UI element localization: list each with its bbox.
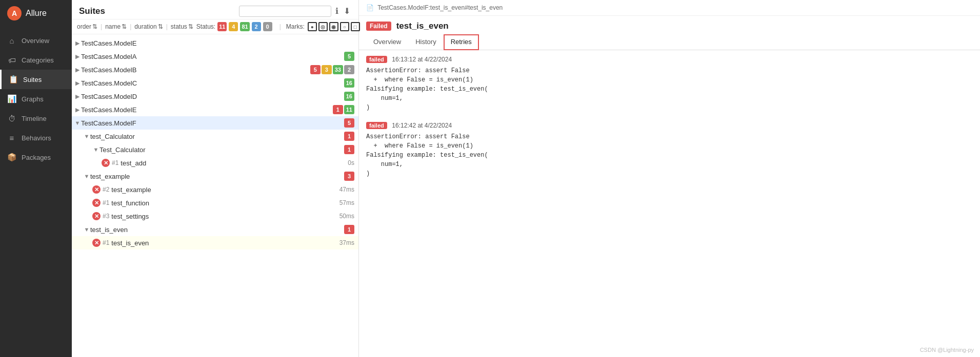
sidebar: A Allure ⌂ Overview 🏷 Categories 📋 Suite…	[0, 0, 72, 357]
tree-row-test-add[interactable]: ✕ #1 test_add 0s	[72, 156, 358, 170]
tree-row-test-example[interactable]: ✕ #2 test_example 47ms	[72, 183, 358, 196]
chart-icon: 📊	[7, 94, 16, 103]
tree-num: #1	[103, 199, 109, 206]
clock-icon: ⏱	[7, 114, 16, 123]
status-count-skipped[interactable]: 2	[252, 22, 261, 31]
tree-num: #2	[103, 186, 109, 193]
status-bar: Status: 11 4 81 2 0	[196, 22, 272, 31]
tree-badge-group2: 1 11	[333, 105, 354, 114]
retry-entry-1: failed 16:13:12 at 4/22/2024 AssertionEr…	[366, 55, 973, 112]
tree-node-label: TestCases.ModelD	[81, 93, 344, 100]
sidebar-item-behaviors[interactable]: ≡ Behaviors	[0, 128, 72, 148]
badge-passed: 11	[344, 105, 354, 114]
marks-label: Marks:	[286, 23, 305, 30]
sidebar-label-behaviors: Behaviors	[22, 134, 51, 142]
sidebar-item-packages[interactable]: 📦 Packages	[0, 148, 72, 167]
tree-row-modelE[interactable]: ▶ TestCases.ModelE	[72, 36, 358, 50]
chevron-right-icon: ▶	[74, 67, 81, 73]
status-count-broken[interactable]: 4	[229, 22, 238, 31]
tab-history[interactable]: History	[408, 34, 443, 50]
search-input[interactable]	[239, 6, 331, 17]
retry-error-2: AssertionError: assert False + where Fal…	[366, 132, 973, 178]
info-button[interactable]: ℹ	[334, 5, 339, 17]
mark-2[interactable]: ◎	[318, 22, 328, 31]
main-area: Suites ℹ ⬇ order ⇅ | name ⇅ | duration ⇅	[72, 0, 980, 357]
tree-row-modelF[interactable]: ▼ TestCases.ModelF 5	[72, 116, 358, 130]
tree-row-modelC[interactable]: ▶ TestCases.ModelC 16	[72, 76, 358, 90]
watermark: CSDN @Lightning-py	[920, 347, 974, 353]
retry-header-1: failed 16:13:12 at 4/22/2024	[366, 55, 973, 63]
tree-node-label: TestCases.ModelE	[81, 39, 354, 47]
tree-row-test-is-even-group[interactable]: ▼ test_is_even 1	[72, 223, 358, 236]
sidebar-item-categories[interactable]: 🏷 Categories	[0, 50, 72, 70]
tree-badge: 3	[344, 172, 354, 181]
status-count-unknown[interactable]: 0	[263, 22, 272, 31]
tree-row-test-calculator[interactable]: ▼ test_Calculator 1	[72, 130, 358, 143]
tree-row-test-function[interactable]: ✕ #1 test_function 57ms	[72, 196, 358, 209]
toolbar-sep4: |	[279, 23, 281, 30]
sidebar-item-graphs[interactable]: 📊 Graphs	[0, 89, 72, 109]
logo: A Allure	[0, 0, 72, 27]
right-panel: 📄 TestCases.ModelF:test_is_even#test_is_…	[359, 0, 980, 357]
sidebar-label-graphs: Graphs	[22, 95, 44, 103]
tree-row-modelD[interactable]: ▶ TestCases.ModelD 16	[72, 90, 358, 103]
tree-row-test-example-group[interactable]: ▼ test_example 3	[72, 170, 358, 183]
tag-icon: 🏷	[7, 55, 16, 65]
chevron-right-icon: ▶	[74, 107, 81, 113]
logo-text: Allure	[26, 9, 47, 18]
status-count-passed[interactable]: 81	[240, 22, 249, 31]
toolbar-sep3: |	[166, 23, 168, 30]
sidebar-label-suites: Suites	[23, 76, 42, 83]
fail-icon: ✕	[92, 185, 101, 194]
tree-node-label: TestCases.ModelB	[81, 66, 310, 74]
breadcrumb-icon: 📄	[366, 4, 374, 11]
mark-3[interactable]: ◉	[329, 22, 338, 31]
tree-duration: 50ms	[339, 213, 354, 220]
sort-order[interactable]: order ⇅	[77, 23, 97, 30]
tab-retries[interactable]: Retries	[444, 34, 479, 50]
tree-node-label: TestCases.ModelC	[81, 79, 344, 87]
tree-row-test-is-even[interactable]: ✕ #1 test_is_even 37ms	[72, 236, 358, 249]
sidebar-label-packages: Packages	[22, 154, 51, 161]
tree-leaf-label: test_settings	[111, 213, 339, 220]
tree-row-test-calculator-inner[interactable]: ▼ Test_Calculator 1	[72, 143, 358, 156]
mark-1[interactable]: ●	[308, 22, 317, 31]
tree-num: #3	[103, 213, 109, 220]
tree-row-modelE2[interactable]: ▶ TestCases.ModelE 1 11	[72, 103, 358, 116]
status-count-failed[interactable]: 11	[217, 22, 227, 31]
mark-4[interactable]: ○	[340, 22, 349, 31]
tree-row-modelA[interactable]: ▶ TestCases.ModelA 5	[72, 50, 358, 63]
tree-leaf-label: test_function	[111, 199, 339, 207]
package-icon: 📦	[7, 153, 16, 162]
clipboard-icon: 📋	[9, 75, 18, 84]
chevron-down-icon: ▼	[92, 146, 99, 153]
sidebar-item-overview[interactable]: ⌂ Overview	[0, 31, 72, 50]
tree-badge: 1	[344, 225, 354, 234]
tree-num: #1	[112, 159, 118, 166]
chevron-down-icon: ▼	[83, 226, 90, 233]
tabs-bar: Overview History Retries	[359, 34, 980, 50]
download-button[interactable]: ⬇	[343, 5, 351, 17]
retries-content: failed 16:13:12 at 4/22/2024 AssertionEr…	[359, 50, 980, 357]
sidebar-item-suites[interactable]: 📋 Suites	[0, 70, 72, 89]
sidebar-item-timeline[interactable]: ⏱ Timeline	[0, 109, 72, 128]
test-name: test_is_even	[396, 21, 449, 31]
tree-row-modelB[interactable]: ▶ TestCases.ModelB 5 3 33 2	[72, 63, 358, 76]
tree-node-label: test_is_even	[90, 226, 344, 234]
tree-leaf-label: test_example	[111, 186, 339, 194]
tree-row-test-settings[interactable]: ✕ #3 test_settings 50ms	[72, 209, 358, 223]
tab-overview[interactable]: Overview	[366, 34, 408, 50]
tree-node-label: TestCases.ModelE	[81, 106, 333, 114]
sidebar-nav: ⌂ Overview 🏷 Categories 📋 Suites 📊 Graph…	[0, 31, 72, 167]
retry-time-1: 16:13:12 at 4/22/2024	[392, 56, 452, 63]
status-badge: Failed	[366, 22, 391, 31]
sort-name[interactable]: name ⇅	[105, 23, 127, 30]
test-header: Failed test_is_even	[359, 16, 980, 34]
sort-status[interactable]: status ⇅	[171, 23, 193, 30]
chevron-down-icon: ▼	[83, 173, 90, 179]
badge-broken: 3	[322, 65, 332, 74]
fail-icon: ✕	[92, 212, 101, 220]
suites-toolbar: order ⇅ | name ⇅ | duration ⇅ | status ⇅…	[72, 19, 358, 34]
sort-duration[interactable]: duration ⇅	[134, 23, 163, 30]
fail-icon: ✕	[102, 159, 110, 167]
